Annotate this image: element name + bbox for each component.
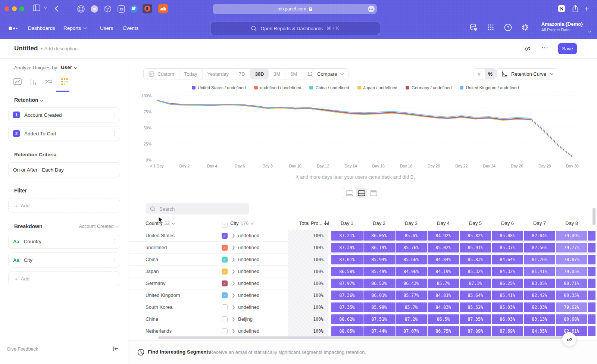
table-row[interactable]: Germany✓❯undefined100%87.97%86.52%86.43%… — [128, 277, 597, 289]
kebab-menu-icon[interactable] — [115, 239, 116, 244]
tab-retention[interactable] — [60, 77, 70, 87]
vertical-scrollbar[interactable] — [593, 208, 596, 225]
retention-section-toggle[interactable]: Retention — [14, 97, 43, 103]
day-value-cell[interactable]: 85.03% — [492, 302, 523, 312]
cube-extension-icon[interactable] — [104, 5, 112, 13]
kebab-menu-icon[interactable] — [115, 113, 116, 117]
legend-item[interactable]: undefined / undefined — [254, 85, 301, 90]
range-7d[interactable]: 7D — [234, 69, 250, 79]
day-value-cell[interactable]: 87.69% — [492, 326, 523, 336]
day-value-cell[interactable]: 87.51% — [363, 314, 395, 324]
day-value-cell[interactable]: 85.66% — [396, 255, 427, 264]
js-extension-icon[interactable]: JS — [117, 5, 125, 13]
legend-item[interactable]: Japan / undefined — [357, 85, 397, 90]
back-button[interactable] — [54, 5, 59, 12]
breakdown-card-city[interactable]: AaCity — [8, 252, 120, 267]
day-value-cell[interactable]: 88.62% — [331, 314, 363, 324]
day-column-header[interactable]: Day 3 — [396, 220, 427, 226]
total-column-header[interactable]: Total Pro... — [288, 220, 322, 226]
day-column-header[interactable]: Day 4 — [428, 220, 459, 226]
notion-pip-icon[interactable]: N — [557, 4, 566, 13]
share-link-fab[interactable] — [562, 332, 576, 346]
day-value-cell[interactable]: 81.76% — [524, 255, 555, 264]
day-value-cell[interactable]: 86.5% — [428, 314, 459, 324]
day-column-header[interactable]: Day 2 — [363, 220, 395, 226]
row-expand-icon[interactable]: ❯ — [232, 317, 235, 321]
day-value-cell[interactable]: 85.37% — [492, 243, 523, 252]
mixpanel-logo[interactable] — [8, 26, 18, 31]
row-expand-icon[interactable]: ❯ — [232, 305, 235, 310]
table-search-input[interactable]: Search — [146, 203, 249, 214]
day-value-cell[interactable]: 84.35% — [524, 326, 555, 336]
day-value-cell[interactable]: 84.96% — [396, 267, 427, 276]
day-value-cell[interactable]: 85.77% — [396, 291, 427, 300]
breakdown-card-country[interactable]: AaCountry — [8, 234, 120, 249]
row-expand-icon[interactable]: ❯ — [232, 293, 235, 298]
bird-extension-icon[interactable] — [130, 5, 138, 13]
tab-flows[interactable] — [44, 77, 54, 87]
day-value-cell[interactable]: 85.82% — [460, 231, 491, 241]
day-value-cell[interactable]: 86.52% — [363, 279, 395, 288]
table-row[interactable]: Japan✓❯undefined100%86.58%85.49%84.96%84… — [128, 266, 597, 277]
step-card-2[interactable]: 2Added To Cart — [8, 126, 120, 141]
day-value-cell[interactable]: 84.64% — [492, 255, 523, 264]
day-value-cell[interactable]: 85.02% — [428, 243, 459, 252]
day-value-cell-clipped[interactable] — [588, 302, 596, 312]
day-value-cell[interactable]: 86.01% — [363, 291, 395, 300]
percent-toggle[interactable]: % — [485, 69, 496, 79]
row-expand-icon[interactable]: ❯ — [232, 281, 235, 286]
nav-events[interactable]: Events — [123, 25, 138, 31]
row-expand-icon[interactable]: ❯ — [232, 257, 235, 262]
count-toggle[interactable]: # — [473, 69, 485, 79]
day-value-cell[interactable]: 85.83% — [460, 255, 491, 264]
day-value-cell[interactable]: 84.83% — [428, 302, 459, 312]
range-yesterday[interactable]: Yesterday — [203, 69, 234, 79]
more-options-icon[interactable]: ⋯ — [541, 44, 548, 52]
criteria-card[interactable]: On or After Each Day — [8, 162, 120, 177]
legend-item[interactable]: China / undefined — [309, 85, 349, 90]
row-checkbox[interactable]: ✓ — [222, 280, 228, 286]
legend-item[interactable]: United States / undefined — [192, 85, 246, 90]
filter-add-button[interactable]: +Add — [8, 198, 120, 213]
layout-split-button[interactable] — [356, 188, 367, 198]
compare-button[interactable]: Compare — [312, 68, 348, 79]
day-value-cell[interactable]: 79.49% — [556, 231, 587, 241]
row-expand-icon[interactable]: ❯ — [232, 233, 235, 238]
day-value-cell[interactable]: 79.62% — [556, 302, 587, 312]
day-value-cell-clipped[interactable] — [588, 314, 596, 324]
breakdown-scope-select[interactable]: Account Created — [79, 224, 118, 229]
table-row[interactable]: China❯Beijing100%88.62%87.51%87.2%86.5%8… — [128, 313, 597, 325]
day-column-header[interactable]: Day 5 — [460, 220, 491, 226]
day-value-cell[interactable]: 87.44% — [363, 326, 395, 336]
range-3m[interactable]: 3M — [269, 69, 285, 79]
day-value-cell[interactable]: 86.19% — [363, 243, 395, 252]
day-value-cell[interactable]: 87.2% — [396, 314, 427, 324]
day-value-cell[interactable]: 83.05% — [524, 279, 555, 288]
table-row[interactable]: China✓❯undefined100%87.01%85.94%85.66%84… — [128, 254, 597, 266]
criteria-each-day[interactable]: Each Day — [42, 167, 64, 173]
chart-type-select[interactable]: Retention Curve — [496, 68, 558, 79]
day-value-cell[interactable]: 84.92% — [428, 231, 459, 241]
day-value-cell[interactable]: 82.04% — [524, 231, 555, 241]
day-value-cell[interactable]: 85.49% — [363, 267, 395, 276]
day-value-cell[interactable]: 86.75% — [428, 326, 459, 336]
row-checkbox[interactable]: ✓ — [222, 257, 228, 263]
zoom-window-button[interactable] — [19, 6, 24, 11]
new-tab-icon[interactable]: + — [584, 4, 589, 14]
horizontal-scrollbar[interactable] — [158, 336, 566, 339]
kebab-menu-icon[interactable] — [115, 131, 116, 136]
settings-gear-icon[interactable] — [521, 23, 529, 31]
city-column-header[interactable]: − City176 — [222, 220, 253, 228]
url-menu-icon[interactable]: ••• — [368, 6, 375, 12]
table-row[interactable]: United Kingdom✓❯undefined100%87.36%86.01… — [128, 289, 597, 301]
day-column-header[interactable]: Day 7 — [524, 220, 555, 226]
day-column-header[interactable]: Day 6 — [492, 220, 523, 226]
minimize-window-button[interactable] — [12, 6, 17, 11]
legend-item[interactable]: Germany / undefined — [406, 85, 451, 90]
project-switcher[interactable]: Amazonia {Demo} All Project Data — [541, 21, 583, 32]
sort-icon[interactable] — [324, 220, 329, 226]
row-checkbox[interactable]: ✓ — [222, 245, 228, 251]
day-value-cell[interactable]: 85.99% — [363, 302, 395, 312]
breakdown-add-button[interactable]: +Add — [8, 271, 120, 286]
day-value-cell[interactable]: 85.41% — [492, 291, 523, 300]
